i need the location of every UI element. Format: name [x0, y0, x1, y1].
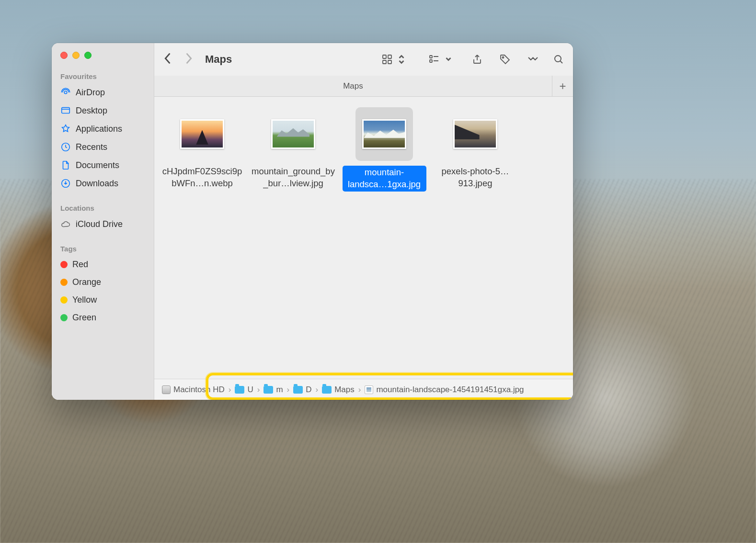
path-segment-folder[interactable]: D — [293, 385, 311, 395]
finder-window: Favourites AirDrop Desktop Applications … — [52, 43, 573, 400]
share-button[interactable] — [471, 54, 483, 65]
path-segment-folder[interactable]: Maps — [322, 385, 355, 395]
minimize-window-button[interactable] — [72, 52, 80, 59]
view-mode-button[interactable] — [381, 54, 407, 65]
sidebar-tag-red[interactable]: Red — [52, 256, 154, 273]
sidebar-item-label: Documents — [76, 160, 119, 170]
chevron-right-icon: › — [287, 385, 290, 395]
sidebar-item-label: iCloud Drive — [76, 219, 123, 229]
zoom-window-button[interactable] — [84, 52, 92, 59]
path-segment-file[interactable]: mountain-landscape-1454191451gxa.jpg — [365, 385, 524, 395]
disk-icon — [162, 385, 171, 394]
folder-icon — [235, 386, 244, 394]
back-button[interactable] — [164, 52, 172, 67]
sidebar-item-label: Downloads — [76, 179, 118, 189]
file-name-label: mountain-landsca…1gxa.jpg — [343, 166, 426, 192]
sidebar-item-recents[interactable]: Recents — [52, 138, 154, 156]
sidebar-item-applications[interactable]: Applications — [52, 120, 154, 138]
forward-button[interactable] — [184, 52, 193, 67]
folder-icon — [322, 386, 332, 394]
applications-icon — [60, 124, 71, 134]
group-by-button[interactable] — [428, 54, 454, 65]
file-thumbnail — [447, 107, 504, 161]
sidebar-item-airdrop[interactable]: AirDrop — [52, 83, 154, 102]
tags-button[interactable] — [499, 54, 511, 65]
file-grid: cHJpdmF0ZS9sci9pbWFn…n.webp mountain_gro… — [154, 97, 573, 400]
sidebar-section-tags: Tags — [52, 241, 154, 256]
path-segment-disk[interactable]: Macintosh HD — [162, 385, 225, 395]
sidebar-item-icloud[interactable]: iCloud Drive — [52, 215, 154, 233]
path-segment-label: D — [306, 385, 311, 395]
downloads-icon — [60, 178, 71, 189]
close-window-button[interactable] — [60, 52, 68, 59]
path-segment-folder[interactable]: U — [235, 385, 253, 395]
sidebar-item-label: Yellow — [72, 295, 97, 305]
chevron-updown-icon — [396, 54, 407, 65]
desktop-icon — [60, 105, 71, 116]
tab-bar: Maps + — [154, 76, 573, 97]
window-title: Maps — [205, 53, 232, 66]
image-file-icon — [365, 385, 373, 394]
sidebar-item-label: Desktop — [76, 106, 107, 116]
sidebar-tag-yellow[interactable]: Yellow — [52, 291, 154, 309]
svg-point-11 — [555, 56, 561, 62]
sidebar-item-label: Applications — [76, 124, 122, 134]
file-item[interactable]: mountain_ground_by_bur…lview.jpg — [250, 107, 336, 190]
file-name-label: mountain_ground_by_bur…lview.jpg — [252, 166, 335, 190]
svg-rect-7 — [388, 60, 391, 64]
folder-icon — [293, 386, 303, 394]
path-bar[interactable]: Macintosh HD › U › m › D › Maps › mounta… — [154, 379, 573, 400]
file-thumbnail — [355, 107, 413, 161]
sidebar: Favourites AirDrop Desktop Applications … — [52, 43, 154, 400]
svg-rect-6 — [383, 60, 386, 64]
sidebar-tag-orange[interactable]: Orange — [52, 273, 154, 291]
tag-dot-icon — [60, 314, 68, 321]
file-name-label: pexels-photo-5…913.jpeg — [434, 166, 517, 190]
sidebar-item-label: Green — [72, 313, 96, 323]
folder-icon — [263, 386, 273, 394]
nav-buttons — [164, 52, 193, 67]
path-segment-label: mountain-landscape-1454191451gxa.jpg — [376, 385, 524, 395]
toolbar: Maps — [154, 43, 573, 76]
chevron-right-icon: › — [358, 385, 361, 395]
sidebar-item-label: Orange — [72, 277, 101, 287]
path-segment-label: Macintosh HD — [173, 385, 225, 395]
chevron-right-icon: › — [316, 385, 319, 395]
icloud-icon — [60, 219, 71, 229]
file-name-label: cHJpdmF0ZS9sci9pbWFn…n.webp — [160, 166, 244, 190]
window-controls — [52, 50, 154, 68]
sidebar-item-label: Recents — [76, 142, 107, 152]
main-pane: Maps — [154, 43, 573, 400]
sidebar-section-favourites: Favourites — [52, 68, 154, 83]
more-button[interactable] — [527, 54, 538, 65]
sidebar-item-label: Red — [72, 260, 88, 270]
tab-label: Maps — [343, 81, 363, 91]
svg-rect-1 — [62, 108, 70, 113]
sidebar-section-locations: Locations — [52, 200, 154, 215]
sidebar-item-desktop[interactable]: Desktop — [52, 102, 154, 120]
sidebar-item-documents[interactable]: Documents — [52, 156, 154, 174]
svg-rect-4 — [383, 55, 386, 58]
sidebar-tag-green[interactable]: Green — [52, 309, 154, 327]
path-segment-folder[interactable]: m — [263, 385, 283, 395]
search-button[interactable] — [553, 54, 564, 65]
recents-icon — [60, 142, 71, 152]
svg-rect-9 — [430, 60, 432, 62]
sidebar-item-label: AirDrop — [76, 88, 105, 98]
sidebar-item-downloads[interactable]: Downloads — [52, 174, 154, 192]
path-segment-label: Maps — [334, 385, 355, 395]
svg-point-10 — [503, 57, 504, 58]
airdrop-icon — [60, 87, 71, 98]
tag-dot-icon — [60, 279, 68, 286]
svg-point-0 — [64, 91, 67, 94]
svg-rect-5 — [388, 55, 391, 58]
new-tab-button[interactable]: + — [552, 76, 573, 96]
svg-rect-8 — [430, 56, 432, 58]
file-item[interactable]: pexels-photo-5…913.jpeg — [432, 107, 518, 190]
tab-maps[interactable]: Maps — [154, 76, 552, 96]
file-thumbnail — [173, 107, 231, 161]
path-segment-label: U — [247, 385, 253, 395]
file-item-selected[interactable]: mountain-landsca…1gxa.jpg — [341, 107, 427, 192]
chevron-right-icon: › — [257, 385, 260, 395]
file-item[interactable]: cHJpdmF0ZS9sci9pbWFn…n.webp — [159, 107, 245, 190]
